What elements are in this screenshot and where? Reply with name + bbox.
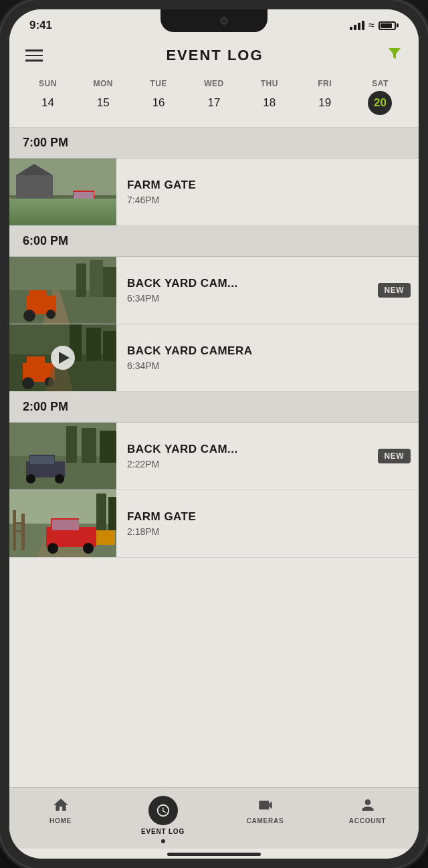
backyard-scene-3 <box>9 423 116 490</box>
event-thumbnail-1 <box>9 158 116 225</box>
time-group-7pm: 7:00 PM <box>9 128 419 158</box>
svg-rect-62 <box>96 530 115 545</box>
time-label-6pm: 6:00 PM <box>23 234 68 247</box>
play-button-overlay[interactable] <box>51 346 75 370</box>
svg-rect-59 <box>52 520 79 530</box>
svg-rect-53 <box>13 530 25 532</box>
day-mon[interactable]: MON 15 <box>83 79 123 115</box>
svg-rect-1 <box>9 195 116 225</box>
event-time-4: 2:22PM <box>127 459 367 469</box>
event-name-3: BACK YARD CAMERA <box>127 344 408 358</box>
svg-rect-22 <box>29 290 46 302</box>
event-item-backyard-634b[interactable]: BACK YARD CAMERA 6:34PM <box>9 324 419 392</box>
battery-fill <box>381 23 392 28</box>
event-time-2: 6:34PM <box>127 293 367 304</box>
bottom-spacer <box>9 558 419 611</box>
bar2 <box>354 25 356 30</box>
event-name-4: BACK YARD CAM... <box>127 443 367 456</box>
nav-label-eventlog: EVENT LOG <box>141 828 185 835</box>
svg-rect-17 <box>76 263 86 297</box>
time-label-7pm: 7:00 PM <box>23 136 68 149</box>
event-info-1: FARM GATE 7:46PM <box>116 179 419 205</box>
backyard-scene-1 <box>9 257 116 324</box>
day-thu[interactable]: THU 18 <box>249 79 290 115</box>
svg-rect-39 <box>66 426 77 463</box>
svg-rect-8 <box>9 205 19 207</box>
svg-point-61 <box>83 543 94 554</box>
event-item-backyard-222[interactable]: BACK YARD CAM... 2:22PM NEW <box>9 423 419 490</box>
day-fri[interactable]: FRI 19 <box>305 79 345 115</box>
event-item-farmgate-218[interactable]: FARM GATE 2:18PM <box>9 490 419 558</box>
menu-button[interactable] <box>25 49 43 62</box>
day-num-tue: 16 <box>146 91 171 115</box>
nav-account[interactable]: ACCOUNT <box>316 793 419 846</box>
svg-rect-52 <box>13 522 25 524</box>
event-name-1: FARM GATE <box>127 179 408 192</box>
event-info-3: BACK YARD CAMERA 6:34PM <box>116 344 419 371</box>
event-info-2: BACK YARD CAM... 6:34PM <box>116 277 378 304</box>
svg-rect-3 <box>16 175 53 202</box>
svg-point-13 <box>92 210 101 219</box>
filter-button[interactable] <box>387 45 403 66</box>
svg-rect-54 <box>96 494 106 530</box>
bar3 <box>358 23 360 30</box>
day-num-fri: 19 <box>313 91 337 115</box>
new-badge-2: NEW <box>378 449 411 463</box>
phone-frame: 9:41 ≈ <box>0 0 428 868</box>
home-icon <box>51 796 70 815</box>
nav-eventlog[interactable]: EVENT LOG <box>112 793 214 846</box>
time-label-2pm: 2:00 PM <box>23 400 68 413</box>
svg-point-23 <box>23 310 35 322</box>
menu-line-2 <box>25 55 43 57</box>
day-num-sat: 20 <box>368 91 392 115</box>
event-log-icon-circle <box>148 796 178 825</box>
notch <box>160 9 268 32</box>
svg-rect-18 <box>90 260 103 297</box>
svg-rect-5 <box>9 197 11 211</box>
account-icon <box>358 796 377 815</box>
svg-rect-6 <box>17 199 19 211</box>
svg-rect-29 <box>86 328 101 361</box>
event-info-5: FARM GATE 2:18PM <box>116 510 419 537</box>
farmgate-scene-2 <box>9 490 116 557</box>
day-sun[interactable]: SUN 14 <box>27 79 68 115</box>
event-thumbnail-5 <box>9 490 116 557</box>
event-item-backyard-634a[interactable]: BACK YARD CAM... 6:34PM NEW <box>9 257 419 324</box>
nav-home[interactable]: HOME <box>9 793 112 846</box>
wifi-icon: ≈ <box>368 19 374 31</box>
home-bar <box>167 853 261 856</box>
event-name-2: BACK YARD CAM... <box>127 277 367 290</box>
day-wed[interactable]: WED 17 <box>194 79 234 115</box>
menu-line-3 <box>25 60 43 62</box>
day-name-sat: SAT <box>372 79 389 88</box>
menu-line-1 <box>25 49 43 51</box>
svg-rect-7 <box>9 200 19 201</box>
event-thumbnail-4 <box>9 423 116 490</box>
day-tue[interactable]: TUE 16 <box>138 79 179 115</box>
cameras-icon <box>256 796 275 815</box>
battery-body <box>379 21 396 30</box>
svg-point-46 <box>55 474 64 483</box>
day-name-tue: TUE <box>150 79 167 88</box>
time-group-6pm: 6:00 PM <box>9 226 419 257</box>
svg-point-60 <box>47 543 58 554</box>
header: EVENT LOG <box>9 37 419 74</box>
play-icon <box>59 352 70 364</box>
event-list: 7:00 PM <box>9 128 419 787</box>
svg-point-24 <box>46 310 56 319</box>
day-name-fri: FRI <box>318 79 332 88</box>
event-time-1: 7:46PM <box>127 195 408 205</box>
event-thumbnail-3 <box>9 324 116 391</box>
farm-scene-1 <box>9 158 116 225</box>
day-sat[interactable]: SAT 20 <box>360 79 400 115</box>
nav-label-home: HOME <box>49 817 72 825</box>
page-title: EVENT LOG <box>166 47 263 64</box>
nav-cameras[interactable]: CAMERAS <box>214 793 316 846</box>
week-days: SUN 14 MON 15 TUE 16 WED 17 THU 18 <box>20 79 408 115</box>
svg-rect-55 <box>108 497 116 530</box>
status-icons: ≈ <box>350 19 399 31</box>
event-time-3: 6:34PM <box>127 360 408 371</box>
battery-tip <box>397 23 399 27</box>
event-item-farmgate-746[interactable]: FARM GATE 7:46PM <box>9 158 419 226</box>
svg-point-33 <box>22 377 34 389</box>
